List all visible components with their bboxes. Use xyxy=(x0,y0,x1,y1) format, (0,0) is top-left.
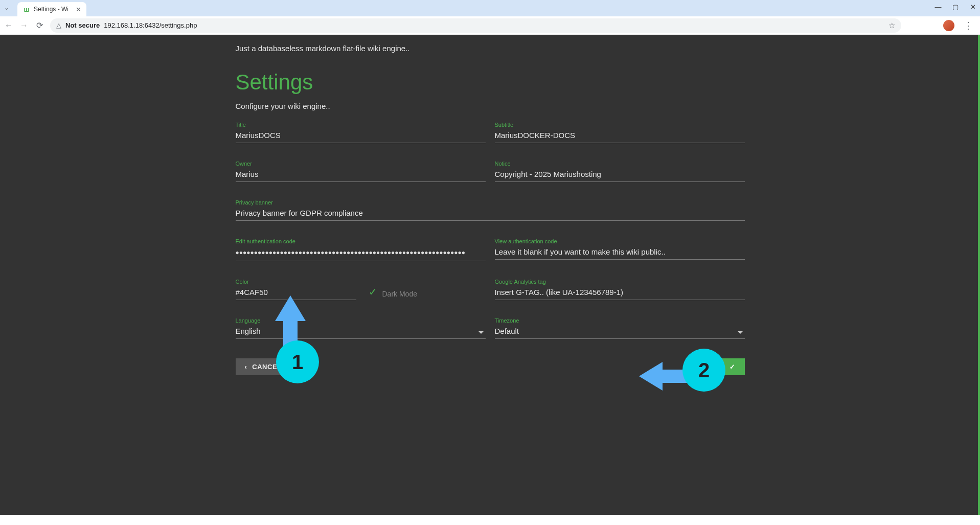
view-auth-input[interactable] xyxy=(495,245,745,260)
tabs-menu-chevron[interactable]: ⌄ xyxy=(0,4,13,11)
color-label: Color xyxy=(236,279,356,285)
security-label: Not secure xyxy=(65,21,100,29)
edit-auth-field: Edit authentication code ●●●●●●●●●●●●●●●… xyxy=(236,238,486,261)
browser-tabbar: ⌄ ш Settings - Wi ✕ — ▢ ✕ xyxy=(0,0,980,16)
notice-field: Notice xyxy=(495,161,745,182)
address-bar[interactable]: △ Not secure 192.168.1.18:6432/settings.… xyxy=(50,18,901,33)
window-maximize-icon[interactable]: ▢ xyxy=(951,3,960,11)
privacy-label: Privacy banner xyxy=(236,199,745,206)
timezone-label: Timezone xyxy=(495,317,745,324)
view-auth-label: View authentication code xyxy=(495,238,745,244)
tab-title: Settings - Wi xyxy=(34,6,69,13)
subtitle-field: Subtitle xyxy=(495,122,745,143)
chevron-left-icon: ‹ xyxy=(245,363,247,371)
checkmark-icon: ✓ xyxy=(730,363,736,371)
profile-avatar[interactable] xyxy=(943,20,954,31)
browser-menu-icon[interactable]: ⋮ xyxy=(961,20,976,31)
notice-input[interactable] xyxy=(495,168,745,182)
save-button[interactable]: SAVE ✓ xyxy=(697,358,745,375)
view-auth-field: View authentication code xyxy=(495,238,745,261)
title-label: Title xyxy=(236,122,486,128)
window-minimize-icon[interactable]: — xyxy=(934,3,942,11)
app-tagline: Just a databaseless markdown flat-file w… xyxy=(236,44,745,53)
save-label: SAVE xyxy=(706,363,724,371)
scrollbar-track[interactable] xyxy=(972,35,978,515)
owner-label: Owner xyxy=(236,161,486,167)
tab-close-icon[interactable]: ✕ xyxy=(76,6,81,13)
language-select[interactable] xyxy=(236,325,486,339)
timezone-select[interactable] xyxy=(495,325,745,339)
color-input[interactable] xyxy=(236,286,356,300)
cancel-button[interactable]: ‹ CANCEL xyxy=(236,358,291,375)
dark-mode-toggle[interactable]: ✓ Dark Mode xyxy=(369,279,445,300)
language-field: Language xyxy=(236,317,486,339)
gtag-field: Google Analytics tag xyxy=(495,279,745,300)
gtag-label: Google Analytics tag xyxy=(495,279,745,285)
checkmark-icon: ✓ xyxy=(369,286,377,298)
security-warning-icon: △ xyxy=(56,21,61,29)
page-title: Settings xyxy=(236,70,745,95)
window-controls: — ▢ ✕ xyxy=(934,3,977,11)
browser-toolbar: ← → ⟳ △ Not secure 192.168.1.18:6432/set… xyxy=(0,16,980,35)
title-field: Title xyxy=(236,122,486,143)
page-subtitle: Configure your wiki engine.. xyxy=(236,102,745,110)
color-field: Color xyxy=(236,279,356,300)
privacy-field: Privacy banner xyxy=(236,199,745,221)
window-close-icon[interactable]: ✕ xyxy=(969,3,977,11)
notice-label: Notice xyxy=(495,161,745,167)
edit-auth-label: Edit authentication code xyxy=(236,238,486,244)
title-input[interactable] xyxy=(236,129,486,143)
browser-tab[interactable]: ш Settings - Wi ✕ xyxy=(17,2,86,16)
gtag-input[interactable] xyxy=(495,286,745,300)
nav-back-icon[interactable]: ← xyxy=(4,21,13,30)
timezone-field: Timezone xyxy=(495,317,745,339)
owner-input[interactable] xyxy=(236,168,486,182)
chevron-down-icon xyxy=(478,331,484,334)
dark-mode-label: Dark Mode xyxy=(382,290,417,298)
nav-forward-icon[interactable]: → xyxy=(19,21,29,30)
subtitle-label: Subtitle xyxy=(495,122,745,128)
privacy-input[interactable] xyxy=(236,207,745,221)
cancel-label: CANCEL xyxy=(252,363,281,371)
scroll-accent-bar xyxy=(978,35,980,515)
color-dark-group: Color ✓ Dark Mode xyxy=(236,279,486,300)
address-url: 192.168.1.18:6432/settings.php xyxy=(104,21,197,29)
language-label: Language xyxy=(236,317,486,324)
page-body: Just a databaseless markdown flat-file w… xyxy=(0,35,980,515)
bookmark-star-icon[interactable]: ☆ xyxy=(888,21,895,30)
tab-favicon: ш xyxy=(22,5,31,13)
chevron-down-icon xyxy=(738,331,743,334)
edit-auth-input[interactable]: ●●●●●●●●●●●●●●●●●●●●●●●●●●●●●●●●●●●●●●●●… xyxy=(236,245,486,261)
subtitle-input[interactable] xyxy=(495,129,745,143)
owner-field: Owner xyxy=(236,161,486,182)
nav-reload-icon[interactable]: ⟳ xyxy=(35,20,44,30)
